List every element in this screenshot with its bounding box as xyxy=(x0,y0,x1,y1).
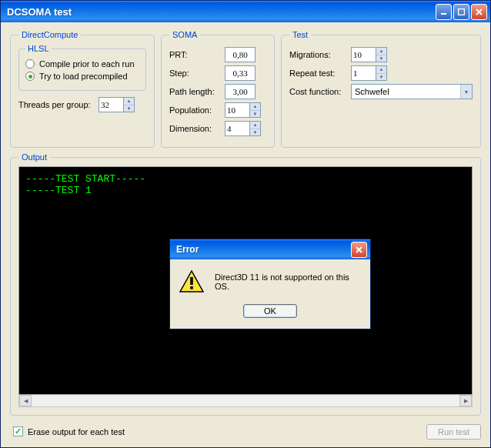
spinner-buttons[interactable]: ▲▼ xyxy=(249,102,261,118)
migrations-input[interactable] xyxy=(351,47,376,62)
window-title: DCSOMA test xyxy=(7,6,436,18)
step-input[interactable] xyxy=(225,65,256,81)
svg-rect-4 xyxy=(190,286,193,289)
spinner-buttons[interactable]: ▲▼ xyxy=(249,121,261,136)
prt-row: PRT: xyxy=(169,47,266,62)
dimension-input[interactable] xyxy=(225,121,249,136)
step-row: Step: xyxy=(169,65,266,81)
path-row: Path length: xyxy=(169,84,266,99)
group-legend: DirectCompute xyxy=(18,30,81,39)
dialog-content-row: Direct3D 11 is not supported on this OS. xyxy=(179,270,361,293)
svg-rect-1 xyxy=(459,8,465,15)
scroll-left-icon[interactable]: ◀ xyxy=(19,395,32,406)
group-test: Test Migrations: ▲▼ Repeat test: ▲▼ xyxy=(281,30,481,148)
chevron-down-icon[interactable]: ▼ xyxy=(250,111,260,118)
checkbox-icon: ✓ xyxy=(13,426,23,436)
threads-row: Threads per group: ▲▼ xyxy=(18,97,146,112)
dialog-close-button[interactable] xyxy=(351,242,367,258)
field-label: Cost function: xyxy=(289,87,346,96)
cost-row: Cost function: Schwefel ▼ xyxy=(289,84,473,99)
cost-function-combo[interactable]: Schwefel ▼ xyxy=(351,84,473,99)
dialog-titlebar[interactable]: Error xyxy=(170,239,370,259)
error-dialog: Error Direct3D 11 is not supported on th… xyxy=(169,239,371,329)
group-legend: HLSL xyxy=(25,44,52,53)
chevron-up-icon[interactable]: ▲ xyxy=(250,103,260,111)
dialog-message: Direct3D 11 is not supported on this OS. xyxy=(215,272,361,291)
chevron-up-icon[interactable]: ▲ xyxy=(376,66,386,74)
group-hlsl: HLSL Compile prior to each run Try to lo… xyxy=(18,44,146,91)
repeat-input[interactable] xyxy=(351,65,376,81)
threads-spinner[interactable]: ▲▼ xyxy=(99,97,135,112)
chevron-down-icon[interactable]: ▼ xyxy=(124,105,134,112)
migrations-row: Migrations: ▲▼ xyxy=(289,47,473,62)
group-soma: SOMA PRT: Step: Path length: Population: xyxy=(161,30,275,148)
close-button[interactable] xyxy=(471,4,487,20)
spinner-buttons[interactable]: ▲▼ xyxy=(123,97,135,112)
field-label: Dimension: xyxy=(169,124,220,133)
content-area: DirectCompute HLSL Compile prior to each… xyxy=(1,22,490,447)
radio-label: Try to load precompiled xyxy=(39,72,128,81)
erase-label: Erase output for each test xyxy=(28,427,125,436)
dim-row: Dimension: ▲▼ xyxy=(169,121,266,136)
dialog-ok-button[interactable]: OK xyxy=(243,304,297,318)
minimize-button[interactable] xyxy=(436,4,452,20)
dimension-spinner[interactable]: ▲▼ xyxy=(225,121,261,136)
dialog-body: Direct3D 11 is not supported on this OS.… xyxy=(170,259,370,329)
chevron-down-icon[interactable]: ▼ xyxy=(376,55,386,62)
titlebar[interactable]: DCSOMA test xyxy=(1,1,490,22)
scroll-right-icon[interactable]: ▶ xyxy=(459,395,472,406)
threads-input[interactable] xyxy=(99,97,123,112)
chevron-down-icon[interactable]: ▼ xyxy=(376,74,386,81)
warning-icon xyxy=(179,270,204,293)
chevron-down-icon[interactable]: ▼ xyxy=(460,85,472,99)
radio-icon xyxy=(25,72,35,81)
prt-input[interactable] xyxy=(225,47,256,62)
spinner-buttons[interactable]: ▲▼ xyxy=(376,65,387,81)
settings-row: DirectCompute HLSL Compile prior to each… xyxy=(10,30,481,148)
chevron-up-icon[interactable]: ▲ xyxy=(376,48,386,55)
radio-label: Compile prior to each run xyxy=(39,59,135,69)
dialog-title: Error xyxy=(176,244,351,255)
repeat-row: Repeat test: ▲▼ xyxy=(289,65,473,81)
field-label: Repeat test: xyxy=(289,69,346,78)
repeat-spinner[interactable]: ▲▼ xyxy=(351,65,387,81)
group-legend: SOMA xyxy=(169,30,200,39)
radio-compile-row[interactable]: Compile prior to each run xyxy=(25,59,139,69)
field-label: Population: xyxy=(169,105,220,115)
field-label: Migrations: xyxy=(289,50,346,59)
field-label: PRT: xyxy=(169,50,220,59)
svg-rect-0 xyxy=(441,13,446,15)
threads-label: Threads per group: xyxy=(18,100,94,109)
chevron-up-icon[interactable]: ▲ xyxy=(250,122,260,129)
window-buttons xyxy=(436,4,487,20)
population-spinner[interactable]: ▲▼ xyxy=(225,102,261,118)
pop-row: Population: ▲▼ xyxy=(169,102,266,118)
group-legend: Output xyxy=(18,152,50,162)
field-label: Path length: xyxy=(169,87,220,96)
group-directcompute: DirectCompute HLSL Compile prior to each… xyxy=(10,30,155,148)
footer-row: ✓ Erase output for each test Run test xyxy=(10,420,481,440)
migrations-spinner[interactable]: ▲▼ xyxy=(351,47,387,62)
path-input[interactable] xyxy=(225,84,256,99)
radio-icon xyxy=(25,59,35,69)
chevron-up-icon[interactable]: ▲ xyxy=(124,98,134,105)
svg-rect-3 xyxy=(190,277,193,285)
horizontal-scrollbar[interactable]: ◀ ▶ xyxy=(18,395,473,407)
field-label: Step: xyxy=(169,69,220,78)
erase-checkbox-row[interactable]: ✓ Erase output for each test xyxy=(13,426,125,436)
main-window: DCSOMA test DirectCompute HLSL Compile p… xyxy=(0,0,491,448)
chevron-down-icon[interactable]: ▼ xyxy=(250,129,260,136)
spinner-buttons[interactable]: ▲▼ xyxy=(376,47,387,62)
run-test-button[interactable]: Run test xyxy=(426,424,481,440)
combo-value: Schwefel xyxy=(352,87,460,96)
radio-load-row[interactable]: Try to load precompiled xyxy=(25,72,139,81)
dialog-buttons xyxy=(351,242,367,258)
population-input[interactable] xyxy=(225,102,249,118)
scrollbar-track[interactable] xyxy=(32,395,459,406)
maximize-button[interactable] xyxy=(453,4,469,20)
group-legend: Test xyxy=(289,30,311,39)
